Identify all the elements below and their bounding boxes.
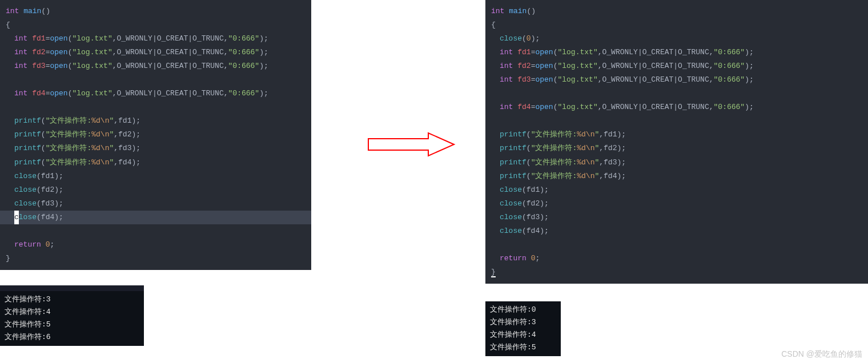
code-editor-right[interactable]: int main() { close(0); int fd1=open("log…: [485, 0, 868, 284]
terminal-line: 文件操作符:5: [5, 318, 139, 331]
arrow-icon: [365, 130, 457, 161]
code-editor-left[interactable]: int main() { int fd1=open("log.txt",O_WR…: [0, 0, 311, 270]
code-line: printf("文件操作符:%d\n",fd3);: [0, 142, 311, 155]
code-line: return 0;: [0, 238, 311, 252]
code-line: int fd1=open("log.txt",O_WRONLY|O_CREAT|…: [0, 32, 311, 46]
terminal-line: 文件操作符:4: [490, 329, 556, 341]
terminal-line: 文件操作符:5: [490, 341, 556, 354]
code-line: int fd4=open("log.txt",O_WRONLY|O_CREAT|…: [0, 87, 311, 100]
code-line: int fd2=open("log.txt",O_WRONLY|O_CREAT|…: [485, 59, 868, 73]
watermark: CSDN @爱吃鱼的修猫: [781, 349, 862, 360]
code-line: close(fd3);: [485, 211, 868, 224]
code-line-cursor: close(fd4);: [0, 211, 311, 224]
code-line: close(fd1);: [485, 183, 868, 197]
code-line: int fd4=open("log.txt",O_WRONLY|O_CREAT|…: [485, 100, 868, 114]
terminal-line: 文件操作符:3: [490, 316, 556, 329]
code-line: [0, 224, 311, 238]
code-line: [0, 73, 311, 87]
code-line: printf("文件操作符:%d\n",fd1);: [485, 128, 868, 142]
code-line: int fd3=open("log.txt",O_WRONLY|O_CREAT|…: [485, 73, 868, 87]
terminal-line: 文件操作符:6: [5, 331, 139, 344]
code-line: printf("文件操作符:%d\n",fd2);: [485, 142, 868, 155]
code-line: [485, 87, 868, 100]
terminal-output-right[interactable]: 文件操作符:0 文件操作符:3 文件操作符:4 文件操作符:5: [485, 301, 561, 356]
code-line: int main(): [0, 5, 311, 18]
code-line: printf("文件操作符:%d\n",fd4);: [0, 156, 311, 170]
code-line: return 0;: [485, 252, 868, 265]
code-line: }: [0, 252, 311, 265]
code-line: printf("文件操作符:%d\n",fd1);: [0, 114, 311, 128]
code-line: int fd2=open("log.txt",O_WRONLY|O_CREAT|…: [0, 46, 311, 59]
terminal-line: 文件操作符:3: [5, 293, 139, 306]
code-line: int fd3=open("log.txt",O_WRONLY|O_CREAT|…: [0, 59, 311, 73]
code-line: close(0);: [485, 32, 868, 46]
code-line: close(fd2);: [485, 197, 868, 211]
code-line: {: [0, 18, 311, 32]
terminal-output-left[interactable]: 文件操作符:3 文件操作符:4 文件操作符:5 文件操作符:6: [0, 291, 144, 346]
code-line: close(fd4);: [485, 224, 868, 238]
code-line: [485, 238, 868, 252]
code-line: close(fd3);: [0, 197, 311, 211]
terminal-line: 文件操作符:4: [5, 306, 139, 318]
code-line: printf("文件操作符:%d\n",fd3);: [485, 156, 868, 170]
terminal-line: 文件操作符:0: [490, 304, 556, 316]
code-line: printf("文件操作符:%d\n",fd4);: [485, 170, 868, 183]
code-line: [0, 100, 311, 114]
code-line: close(fd1);: [0, 170, 311, 183]
code-line: [485, 114, 868, 128]
code-line: }: [485, 265, 868, 279]
code-line: {: [485, 18, 868, 32]
code-line: int main(): [485, 5, 868, 18]
code-line: int fd1=open("log.txt",O_WRONLY|O_CREAT|…: [485, 46, 868, 59]
code-line: printf("文件操作符:%d\n",fd2);: [0, 128, 311, 142]
code-line: close(fd2);: [0, 183, 311, 197]
